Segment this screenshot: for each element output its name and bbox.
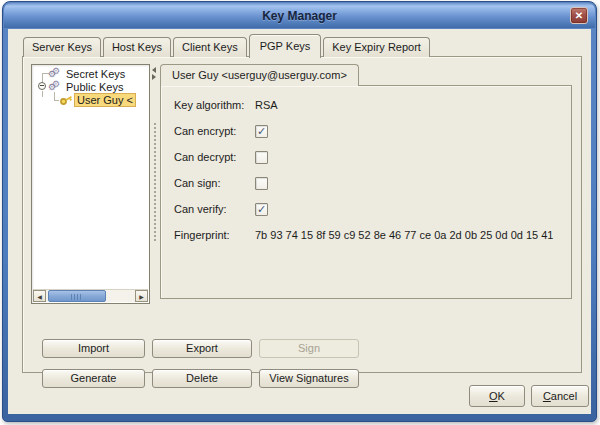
sign-button[interactable]: Sign: [259, 339, 359, 358]
generate-button[interactable]: Generate: [42, 369, 145, 388]
scroll-left-icon[interactable]: ◀: [33, 290, 46, 302]
field-label: Fingerprint:: [174, 229, 255, 241]
close-icon[interactable]: ✕: [570, 7, 588, 24]
splitter-handle-icon[interactable]: [152, 66, 158, 80]
field-can-sign: Can sign:: [174, 176, 571, 190]
key-detail-panel: Key algorithm: RSA Can encrypt: ✓ Can de…: [160, 85, 572, 299]
key-algorithm-value: RSA: [255, 99, 278, 111]
screenshot: Key Manager ✕ Server Keys Host Keys Clie…: [0, 0, 600, 425]
gears-icon: ⚙⚙: [48, 68, 61, 80]
delete-button[interactable]: Delete: [152, 369, 252, 388]
pane-splitter[interactable]: [151, 64, 159, 304]
titlebar[interactable]: Key Manager ✕: [4, 3, 595, 28]
tree-expander-icon[interactable]: [38, 82, 46, 90]
window-title: Key Manager: [262, 9, 337, 23]
tree-item-label: User Guy <: [75, 94, 135, 106]
tree-item-label: Secret Keys: [64, 68, 127, 80]
can-verify-checkbox[interactable]: ✓: [255, 203, 268, 216]
fingerprint-value: 7b 93 74 15 8f 59 c9 52 8e 46 77 ce 0a 2…: [255, 229, 553, 241]
import-button[interactable]: Import: [42, 339, 145, 358]
tab-key-expiry-report[interactable]: Key Expiry Report: [323, 37, 430, 57]
cancel-button[interactable]: Cancel: [531, 385, 589, 407]
export-button[interactable]: Export: [152, 339, 252, 358]
can-decrypt-checkbox[interactable]: [255, 151, 268, 164]
tree-hscrollbar: ◀ ▶: [33, 289, 148, 302]
scroll-right-icon[interactable]: ▶: [135, 290, 148, 302]
splitter-grip: [153, 122, 157, 242]
field-can-encrypt: Can encrypt: ✓: [174, 124, 571, 138]
tab-server-keys[interactable]: Server Keys: [23, 37, 101, 57]
pgp-keys-panel: ⚙⚙ Secret Keys ⚙⚙ Public Keys User Guy: [22, 56, 582, 373]
field-fingerprint: Fingerprint: 7b 93 74 15 8f 59 c9 52 8e …: [174, 228, 571, 242]
key-icon: [59, 94, 73, 106]
tree-item-label: Public Keys: [64, 81, 125, 93]
field-can-verify: Can verify: ✓: [174, 202, 571, 216]
tab-host-keys[interactable]: Host Keys: [103, 37, 171, 57]
scrollbar-thumb[interactable]: [48, 290, 106, 302]
tree-item-user-guy[interactable]: User Guy <: [59, 93, 135, 106]
key-manager-window: Key Manager ✕ Server Keys Host Keys Clie…: [2, 1, 597, 422]
field-label: Can decrypt:: [174, 151, 255, 163]
field-can-decrypt: Can decrypt:: [174, 150, 571, 164]
key-tree: ⚙⚙ Secret Keys ⚙⚙ Public Keys User Guy: [31, 64, 150, 304]
ok-button[interactable]: OK: [469, 385, 525, 407]
field-label: Can sign:: [174, 177, 255, 189]
field-key-algorithm: Key algorithm: RSA: [174, 98, 571, 112]
tree-item-public-keys[interactable]: ⚙⚙ Public Keys: [48, 80, 125, 93]
can-encrypt-checkbox[interactable]: ✓: [255, 125, 268, 138]
field-label: Key algorithm:: [174, 99, 255, 111]
field-label: Can encrypt:: [174, 125, 255, 137]
scrollbar-track[interactable]: [46, 290, 135, 302]
dialog-body: Server Keys Host Keys Client Keys PGP Ke…: [8, 29, 591, 414]
tab-pgp-keys[interactable]: PGP Keys: [249, 34, 322, 58]
tab-client-keys[interactable]: Client Keys: [173, 37, 247, 57]
main-tab-bar: Server Keys Host Keys Client Keys PGP Ke…: [23, 33, 432, 57]
field-label: Can verify:: [174, 203, 255, 215]
gears-icon: ⚙⚙: [48, 81, 61, 93]
can-sign-checkbox[interactable]: [255, 177, 268, 190]
view-signatures-button[interactable]: View Signatures: [259, 369, 359, 388]
detail-key-tab[interactable]: User Guy <userguy@userguy.com>: [160, 64, 359, 86]
